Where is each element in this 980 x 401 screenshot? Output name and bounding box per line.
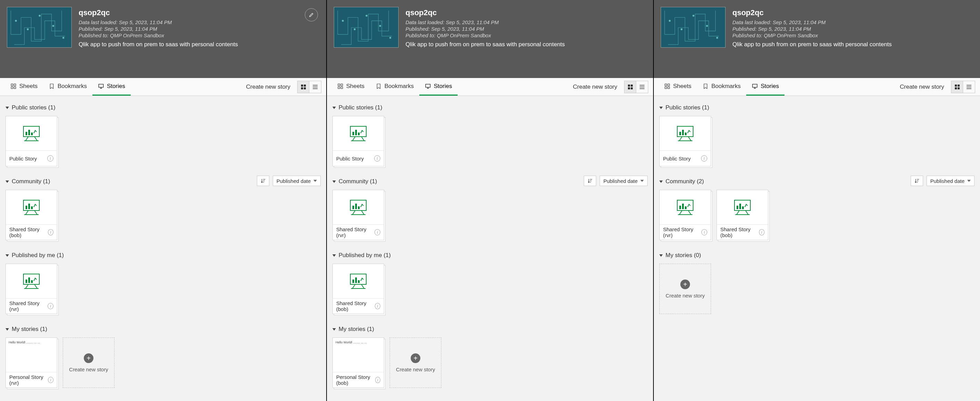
info-icon[interactable]: i (702, 229, 707, 235)
info-icon[interactable]: i (48, 229, 53, 235)
story-card[interactable]: Shared Story (rvr)i (659, 190, 711, 240)
sort-field-dropdown[interactable]: Published date (273, 176, 321, 186)
section-header[interactable]: Community (2) (659, 173, 704, 189)
story-card[interactable]: Shared Story (rvr)i (6, 264, 57, 314)
grid-view-button[interactable] (951, 81, 963, 93)
svg-point-90 (681, 28, 682, 30)
card-grid: Shared Story (bob)i (6, 189, 321, 247)
tabs: Sheets Bookmarks Stories (659, 78, 784, 96)
section-title: My stories (1) (12, 326, 47, 333)
info-icon[interactable]: i (374, 229, 380, 235)
section-header[interactable]: Published by me (1) (6, 247, 64, 262)
tab-bookmarks[interactable]: Bookmarks (370, 78, 419, 96)
story-card[interactable]: Public Storyi (6, 116, 57, 166)
story-card[interactable]: Shared Story (bob)i (717, 190, 768, 240)
section-title: Published by me (1) (12, 252, 64, 259)
app-info: qsop2qc Data last loaded: Sep 5, 2023, 1… (406, 7, 646, 71)
svg-line-25 (35, 137, 37, 141)
sort-order-button[interactable] (584, 176, 596, 186)
info-icon[interactable]: i (48, 303, 53, 309)
sort-field-dropdown[interactable]: Published date (600, 176, 648, 186)
svg-rect-96 (665, 87, 667, 89)
section-title: Public stories (1) (665, 104, 709, 111)
section-header[interactable]: Published by me (1) (332, 247, 391, 262)
create-story-button[interactable]: Create new story (243, 83, 293, 90)
svg-rect-51 (341, 84, 343, 86)
story-card[interactable]: Shared Story (bob)i (6, 190, 57, 240)
plus-icon: + (411, 353, 420, 363)
card-footer: Shared Story (rvr)i (6, 299, 57, 314)
section-header[interactable]: Public stories (1) (659, 99, 709, 115)
app-thumbnail[interactable] (7, 7, 72, 48)
list-view-button[interactable] (963, 81, 975, 93)
story-card[interactable]: Public Storyi (332, 116, 384, 166)
svg-point-92 (706, 25, 708, 27)
collapse-icon (332, 254, 336, 257)
grid-view-button[interactable] (298, 81, 309, 93)
card-grid: Hello World! ........ ... ...Personal St… (332, 336, 648, 395)
card-thumbnail: Hello World! ........ ... ... (333, 338, 384, 372)
section-title: Community (1) (12, 178, 50, 185)
sort-field-dropdown[interactable]: Published date (927, 176, 974, 186)
info-icon[interactable]: i (375, 377, 380, 383)
list-view-button[interactable] (309, 81, 321, 93)
tab-sheets[interactable]: Sheets (332, 78, 370, 96)
chevron-down-icon (967, 180, 971, 182)
app-thumbnail[interactable] (334, 7, 399, 48)
svg-point-3 (39, 15, 41, 16)
tab-stories[interactable]: Stories (419, 78, 458, 96)
create-story-label: Create new story (396, 366, 435, 372)
story-card[interactable]: Hello World! ........ ... ...Personal St… (6, 337, 57, 388)
content-area: Public stories (1) Public StoryiCommunit… (327, 96, 653, 401)
info-icon[interactable]: i (375, 303, 380, 309)
info-icon[interactable]: i (374, 155, 380, 161)
grid-view-button[interactable] (624, 81, 636, 93)
tab-stories[interactable]: Stories (746, 78, 784, 96)
svg-point-49 (389, 37, 391, 38)
section-header[interactable]: My stories (0) (659, 247, 701, 262)
create-story-button[interactable]: Create new story (897, 83, 947, 90)
section-title: Public stories (1) (339, 104, 382, 111)
create-story-card[interactable]: +Create new story (390, 337, 441, 388)
list-view-button[interactable] (636, 81, 648, 93)
story-card[interactable]: Public Storyi (659, 116, 711, 166)
svg-line-41 (25, 284, 28, 289)
section-header[interactable]: My stories (1) (332, 321, 374, 336)
section-header[interactable]: Public stories (1) (6, 99, 56, 115)
svg-point-4 (52, 25, 54, 27)
card-thumbnail (333, 190, 384, 225)
svg-rect-38 (25, 280, 27, 283)
collapse-icon (6, 254, 9, 257)
create-story-button[interactable]: Create new story (570, 83, 620, 90)
app-header: qsop2qc Data last loaded: Sep 5, 2023, 1… (0, 0, 326, 78)
create-story-card[interactable]: +Create new story (63, 337, 115, 388)
sort-order-button[interactable] (257, 176, 269, 186)
info-icon[interactable]: i (701, 155, 707, 161)
toolbar: Sheets Bookmarks Stories Create new stor… (327, 78, 653, 96)
info-icon[interactable]: i (759, 229, 764, 235)
create-story-card[interactable]: +Create new story (659, 264, 711, 314)
tab-sheets[interactable]: Sheets (659, 78, 697, 96)
section-header[interactable]: Community (1) (6, 173, 50, 189)
app-thumbnail[interactable] (661, 7, 725, 48)
story-card[interactable]: Shared Story (rvr)i (332, 190, 384, 240)
tab-sheets[interactable]: Sheets (5, 78, 43, 96)
story-card[interactable]: Shared Story (bob)i (332, 264, 384, 314)
view-toggle (297, 81, 321, 93)
info-icon[interactable]: i (48, 377, 53, 383)
svg-rect-21 (25, 132, 27, 135)
collapse-icon (6, 181, 9, 183)
svg-rect-103 (955, 87, 957, 89)
section-header[interactable]: Public stories (1) (332, 99, 382, 115)
tab-bookmarks[interactable]: Bookmarks (43, 78, 92, 96)
section-header[interactable]: My stories (1) (6, 321, 47, 336)
svg-rect-126 (737, 206, 738, 209)
sort-order-button[interactable] (911, 176, 923, 186)
section-header[interactable]: Community (1) (332, 173, 377, 189)
info-icon[interactable]: i (47, 155, 53, 161)
edit-button[interactable] (305, 8, 318, 21)
tab-bookmarks[interactable]: Bookmarks (697, 78, 746, 96)
card-thumbnail (6, 116, 57, 151)
tab-stories[interactable]: Stories (92, 78, 131, 96)
story-card[interactable]: Hello World! ........ ... ...Personal St… (332, 337, 384, 388)
